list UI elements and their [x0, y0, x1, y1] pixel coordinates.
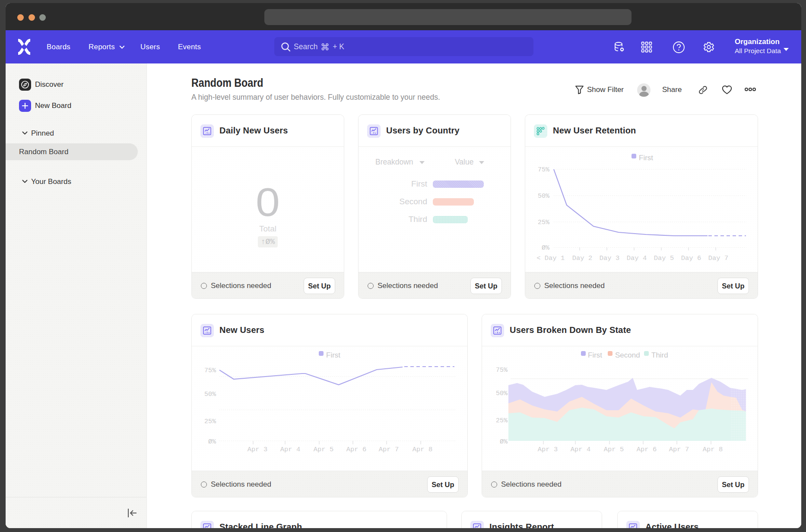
svg-text:Apr 7: Apr 7	[379, 446, 399, 453]
svg-text:75%: 75%	[496, 367, 508, 374]
svg-text:First: First	[639, 154, 653, 162]
svg-text:Day 6: Day 6	[681, 254, 701, 262]
svg-text:50%: 50%	[538, 193, 550, 200]
svg-text:Third: Third	[651, 351, 668, 359]
svg-text:Ø%: Ø%	[208, 438, 216, 446]
svg-text:Day 5: Day 5	[654, 254, 674, 262]
svg-text:75%: 75%	[538, 166, 550, 174]
svg-text:Ø%: Ø%	[500, 438, 508, 446]
svg-text:Apr 8: Apr 8	[703, 446, 723, 453]
svg-text:Apr 3: Apr 3	[538, 446, 558, 453]
svg-text:Day 4: Day 4	[627, 254, 647, 262]
svg-text:Apr 8: Apr 8	[413, 446, 433, 453]
svg-text:First: First	[588, 351, 602, 359]
svg-text:25%: 25%	[496, 417, 508, 424]
svg-text:<: <	[536, 254, 540, 262]
svg-text:Apr 6: Apr 6	[346, 446, 367, 453]
svg-text:Apr 5: Apr 5	[604, 446, 624, 453]
svg-text:50%: 50%	[496, 390, 508, 397]
svg-text:50%: 50%	[204, 391, 216, 398]
svg-text:Day 1: Day 1	[545, 254, 565, 262]
svg-text:Apr 4: Apr 4	[571, 446, 591, 453]
svg-text:Day 7: Day 7	[708, 254, 729, 262]
svg-text:75%: 75%	[204, 367, 216, 374]
svg-text:Ø%: Ø%	[542, 244, 550, 252]
svg-text:Day 2: Day 2	[572, 254, 593, 262]
svg-text:Second: Second	[615, 351, 640, 359]
svg-text:Apr 5: Apr 5	[314, 446, 334, 453]
svg-text:Apr 4: Apr 4	[280, 446, 301, 453]
svg-text:Apr 3: Apr 3	[248, 446, 268, 453]
svg-text:25%: 25%	[538, 219, 550, 226]
svg-text:Apr 6: Apr 6	[637, 446, 657, 453]
svg-text:First: First	[326, 351, 340, 359]
svg-text:Apr 7: Apr 7	[669, 446, 689, 453]
svg-text:25%: 25%	[204, 418, 216, 425]
svg-text:Day 3: Day 3	[600, 254, 620, 262]
